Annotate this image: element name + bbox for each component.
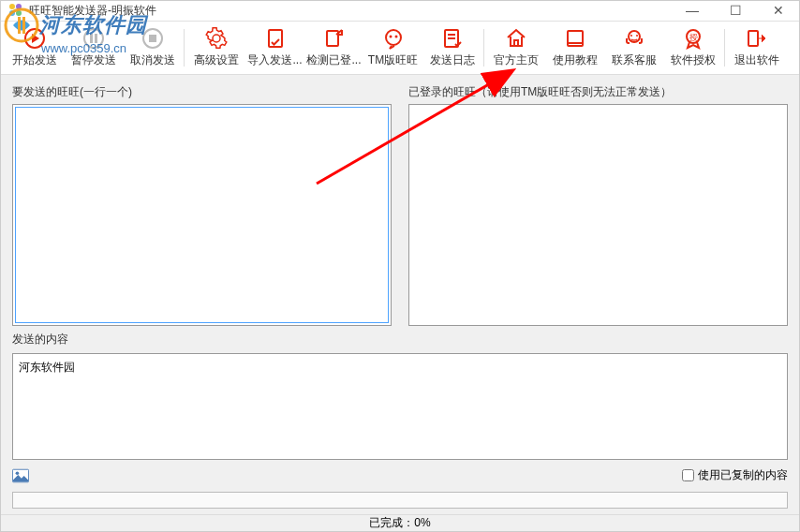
start-send-button[interactable]: 开始发送 <box>5 22 64 74</box>
toolbar-label: 联系客服 <box>612 52 657 68</box>
svg-text:授: 授 <box>689 33 697 42</box>
toolbar-label: 导入发送... <box>247 52 302 68</box>
logged-in-list[interactable] <box>408 104 788 326</box>
svg-rect-6 <box>90 34 93 43</box>
toolbar-label: 暂停发送 <box>71 52 116 68</box>
svg-point-5 <box>84 29 103 48</box>
toolbar-label: 官方主页 <box>494 52 539 68</box>
send-to-label: 要发送的旺旺(一行一个) <box>12 84 392 100</box>
toolbar-label: 高级设置 <box>194 52 239 68</box>
home-icon <box>504 26 528 51</box>
exit-icon <box>745 26 769 51</box>
svg-point-14 <box>394 36 397 38</box>
svg-point-23 <box>636 35 638 37</box>
svg-point-22 <box>630 35 632 37</box>
content-area: 要发送的旺旺(一行一个) 已登录的旺旺（请使用TM版旺旺否则无法正常发送） 发送… <box>1 75 799 514</box>
bottom-row: 使用已复制的内容 <box>12 466 788 486</box>
authorize-button[interactable]: 授 软件授权 <box>663 22 722 74</box>
toolbar-separator <box>724 29 725 66</box>
advanced-settings-button[interactable]: 高级设置 <box>186 22 245 74</box>
chat-bubble-icon <box>381 26 406 51</box>
svg-point-2 <box>9 10 15 16</box>
checkbox-label: 使用已复制的内容 <box>698 467 788 483</box>
toolbar-label: 退出软件 <box>734 52 779 68</box>
headset-icon <box>622 26 646 51</box>
toolbar-label: TM版旺旺 <box>368 52 418 68</box>
maximize-button[interactable]: ☐ <box>722 3 748 18</box>
svg-rect-18 <box>514 40 518 46</box>
window-controls: — ☐ ✕ <box>679 3 792 18</box>
customer-service-button[interactable]: 联系客服 <box>604 22 663 74</box>
export-icon <box>322 26 347 51</box>
use-copied-content-checkbox[interactable]: 使用已复制的内容 <box>682 467 788 483</box>
svg-rect-9 <box>149 35 156 42</box>
toolbar-label: 检测已登... <box>306 52 361 68</box>
send-log-button[interactable]: 发送日志 <box>422 22 481 74</box>
badge-icon: 授 <box>681 26 705 51</box>
top-panels: 要发送的旺旺(一行一个) 已登录的旺旺（请使用TM版旺旺否则无法正常发送） <box>12 84 788 326</box>
content-label: 发送的内容 <box>12 332 788 347</box>
book-icon <box>563 26 587 51</box>
toolbar: 开始发送 暂停发送 取消发送 高级设置 导入发送... <box>1 22 799 75</box>
toolbar-label: 开始发送 <box>12 52 57 68</box>
app-icon <box>8 3 23 18</box>
image-icon[interactable] <box>12 468 29 483</box>
logged-in-panel: 已登录的旺旺（请使用TM版旺旺否则无法正常发送） <box>408 84 788 326</box>
gear-icon <box>204 26 229 51</box>
window-title: 旺旺智能发送器-明振软件 <box>29 3 679 19</box>
play-icon <box>22 26 47 51</box>
document-check-icon <box>263 26 288 51</box>
svg-point-13 <box>389 36 392 38</box>
titlebar: 旺旺智能发送器-明振软件 — ☐ ✕ <box>1 1 799 22</box>
svg-rect-7 <box>95 34 97 43</box>
import-send-button[interactable]: 导入发送... <box>245 22 304 74</box>
stop-icon <box>141 26 165 51</box>
svg-point-0 <box>9 4 15 9</box>
minimize-button[interactable]: — <box>679 3 705 18</box>
tm-wangwang-button[interactable]: TM版旺旺 <box>363 22 422 74</box>
svg-point-3 <box>16 10 22 16</box>
tutorial-button[interactable]: 使用教程 <box>545 22 604 74</box>
toolbar-separator <box>483 29 484 66</box>
progress-bar <box>12 492 788 509</box>
svg-rect-26 <box>748 31 758 46</box>
send-to-input[interactable] <box>15 107 389 323</box>
app-window: 旺旺智能发送器-明振软件 — ☐ ✕ 开始发送 暂停发送 取消发送 <box>0 0 800 532</box>
toolbar-label: 使用教程 <box>553 52 598 68</box>
logged-in-label: 已登录的旺旺（请使用TM版旺旺否则无法正常发送） <box>408 84 788 100</box>
svg-rect-11 <box>327 31 338 46</box>
toolbar-separator <box>184 29 185 66</box>
send-to-panel: 要发送的旺旺(一行一个) <box>12 84 392 326</box>
pause-send-button[interactable]: 暂停发送 <box>64 22 123 74</box>
cancel-send-button[interactable]: 取消发送 <box>123 22 182 74</box>
exit-button[interactable]: 退出软件 <box>727 22 786 74</box>
checkbox-input[interactable] <box>682 469 694 481</box>
toolbar-label: 软件授权 <box>671 52 716 68</box>
check-login-button[interactable]: 检测已登... <box>304 22 363 74</box>
svg-point-12 <box>386 30 401 45</box>
svg-point-28 <box>16 471 20 475</box>
close-button[interactable]: ✕ <box>765 3 792 18</box>
pause-icon <box>81 26 106 51</box>
list-icon <box>440 26 465 51</box>
status-text: 已完成：0% <box>369 515 430 531</box>
toolbar-label: 发送日志 <box>430 52 475 68</box>
toolbar-label: 取消发送 <box>130 52 175 68</box>
send-to-box <box>12 104 392 326</box>
statusbar: 已完成：0% <box>1 514 799 531</box>
message-content-input[interactable]: 河东软件园 <box>12 353 788 460</box>
svg-point-1 <box>16 4 22 9</box>
official-home-button[interactable]: 官方主页 <box>486 22 545 74</box>
